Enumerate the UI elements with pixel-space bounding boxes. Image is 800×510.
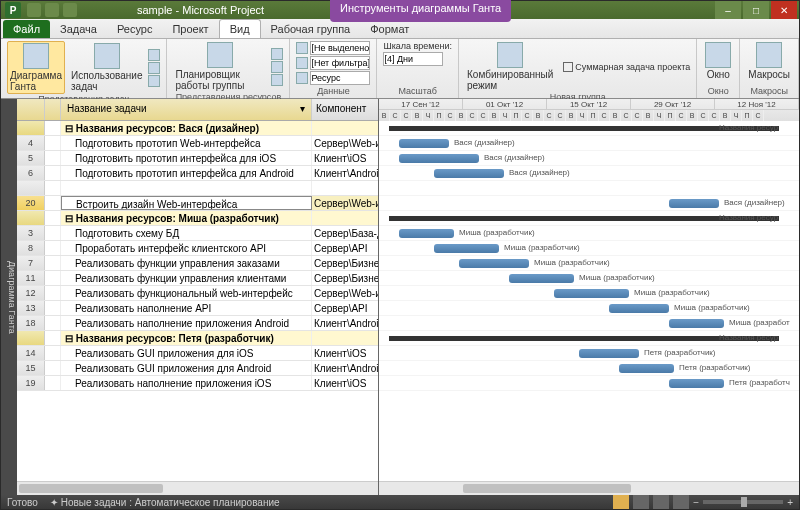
table-row[interactable]: 7Реализовать функции управления заказами… <box>17 256 378 271</box>
component-cell[interactable]: Сервер\Web-ин <box>312 136 378 150</box>
table-row[interactable]: 13Реализовать наполнение APIСервер\API <box>17 301 378 316</box>
maximize-button[interactable]: □ <box>743 1 769 19</box>
component-cell[interactable] <box>312 331 378 345</box>
dropdown-icon[interactable]: ▾ <box>300 103 305 116</box>
task-name-cell[interactable]: Реализовать наполнение API <box>61 301 312 315</box>
task-name-cell[interactable]: Реализовать функциональный web-интерфейс <box>61 286 312 300</box>
task-bar[interactable] <box>669 379 724 388</box>
task-bar[interactable] <box>399 139 449 148</box>
row-number[interactable]: 14 <box>17 346 45 360</box>
row-number[interactable]: 3 <box>17 226 45 240</box>
component-cell[interactable]: Сервер\API <box>312 241 378 255</box>
view-sidebar[interactable]: Диаграмма Ганта <box>1 99 17 495</box>
task-bar[interactable] <box>434 244 499 253</box>
component-cell[interactable]: Клиент\Android <box>312 316 378 330</box>
highlight-dropdown[interactable] <box>310 41 370 55</box>
component-cell[interactable]: Сервер\Web-ин <box>312 286 378 300</box>
timescale-dropdown[interactable] <box>383 52 443 66</box>
task-name-cell[interactable]: Названия ресурсов: Миша (разработчик) <box>61 211 312 225</box>
task-bar[interactable] <box>554 289 629 298</box>
other-views-icon[interactable] <box>148 75 160 87</box>
tab-project[interactable]: Проект <box>162 20 218 38</box>
table-row[interactable]: Названия ресурсов: Петя (разработчик) <box>17 331 378 346</box>
row-number[interactable] <box>17 211 45 225</box>
table-row[interactable]: 12Реализовать функциональный web-интерфе… <box>17 286 378 301</box>
sort-icon[interactable] <box>296 42 308 54</box>
tab-file[interactable]: Файл <box>3 20 50 38</box>
resource-sheet-icon[interactable] <box>271 61 283 73</box>
network-diagram-icon[interactable] <box>148 49 160 61</box>
task-name-cell[interactable]: Подготовить прототип Web-интерфейса <box>61 136 312 150</box>
row-number[interactable]: 6 <box>17 166 45 180</box>
component-cell[interactable]: Сервер\Web-ин <box>312 196 378 210</box>
row-number[interactable] <box>17 181 45 195</box>
task-name-cell[interactable] <box>61 181 312 195</box>
tab-team[interactable]: Рабочая группа <box>261 20 361 38</box>
qat-redo-icon[interactable] <box>63 3 77 17</box>
tab-task[interactable]: Задача <box>50 20 107 38</box>
task-name-cell[interactable]: Реализовать функции управления клиентами <box>61 271 312 285</box>
task-name-cell[interactable]: Реализовать GUI приложения для iOS <box>61 346 312 360</box>
horizontal-scrollbar[interactable] <box>17 481 378 495</box>
component-cell[interactable] <box>312 121 378 135</box>
window-button[interactable]: Окно <box>703 41 733 81</box>
task-name-cell[interactable]: Названия ресурсов: Петя (разработчик) <box>61 331 312 345</box>
table-row[interactable]: 8Проработать интерфейс клиентского APIСе… <box>17 241 378 256</box>
close-button[interactable]: ✕ <box>771 1 797 19</box>
task-name-cell[interactable]: Реализовать наполнение приложения Androi… <box>61 316 312 330</box>
row-number[interactable]: 13 <box>17 301 45 315</box>
task-name-cell[interactable]: Реализовать наполнение приложения iOS <box>61 376 312 390</box>
gantt-chart-button[interactable]: Диаграмма Ганта <box>7 41 65 94</box>
outline-icon[interactable] <box>296 57 308 69</box>
row-number[interactable] <box>17 331 45 345</box>
macros-button[interactable]: Макросы <box>746 41 792 81</box>
component-cell[interactable]: Сервер\Бизнес- <box>312 256 378 270</box>
row-number[interactable]: 7 <box>17 256 45 270</box>
row-number[interactable] <box>17 121 45 135</box>
row-number[interactable]: 11 <box>17 271 45 285</box>
task-name-cell[interactable]: Реализовать функции управления заказами <box>61 256 312 270</box>
component-cell[interactable] <box>312 211 378 225</box>
table-row[interactable]: Названия ресурсов: Миша (разработчик) <box>17 211 378 226</box>
task-bar[interactable] <box>459 259 529 268</box>
task-name-cell[interactable]: Подготовить прототип интерфейса для iOS <box>61 151 312 165</box>
task-name-header[interactable]: Название задачи▾ <box>61 99 312 120</box>
task-name-cell[interactable]: Подготовить схему БД <box>61 226 312 240</box>
zoom-out-icon[interactable]: − <box>693 497 699 508</box>
component-cell[interactable]: Сервер\База-да <box>312 226 378 240</box>
task-bar[interactable] <box>399 229 454 238</box>
zoom-in-icon[interactable]: + <box>787 497 793 508</box>
table-row[interactable]: 6Подготовить прототип интерфейса для And… <box>17 166 378 181</box>
task-bar[interactable] <box>669 199 719 208</box>
table-row[interactable]: 18Реализовать наполнение приложения Andr… <box>17 316 378 331</box>
minimize-button[interactable]: – <box>715 1 741 19</box>
table-row[interactable]: 15Реализовать GUI приложения для Android… <box>17 361 378 376</box>
component-cell[interactable]: Сервер\Бизнес- <box>312 271 378 285</box>
horizontal-scrollbar[interactable] <box>379 481 799 495</box>
component-cell[interactable]: Клиент\Android <box>312 361 378 375</box>
row-number-header[interactable] <box>17 99 45 120</box>
table-row[interactable]: 14Реализовать GUI приложения для iOSКлие… <box>17 346 378 361</box>
task-name-cell[interactable]: Реализовать GUI приложения для Android <box>61 361 312 375</box>
task-bar[interactable] <box>509 274 574 283</box>
resource-usage-icon[interactable] <box>271 48 283 60</box>
row-number[interactable]: 15 <box>17 361 45 375</box>
table-row[interactable]: 5Подготовить прототип интерфейса для iOS… <box>17 151 378 166</box>
task-name-cell[interactable]: Названия ресурсов: Вася (дизайнер) <box>61 121 312 135</box>
summary-task-checkbox[interactable] <box>563 62 573 72</box>
table-row[interactable]: 19Реализовать наполнение приложения iOSК… <box>17 376 378 391</box>
task-bar[interactable] <box>579 349 639 358</box>
row-number[interactable]: 18 <box>17 316 45 330</box>
view-gantt-icon[interactable] <box>613 495 629 509</box>
tab-resource[interactable]: Ресурс <box>107 20 162 38</box>
task-bar[interactable] <box>399 154 479 163</box>
indicator-header[interactable] <box>45 99 61 120</box>
team-planner-button[interactable]: Планировщик работы группы <box>173 41 267 92</box>
component-cell[interactable]: Клиент\Android <box>312 166 378 180</box>
tab-format[interactable]: Формат <box>360 20 419 38</box>
component-header[interactable]: Компонент <box>312 99 378 120</box>
other-resource-views-icon[interactable] <box>271 74 283 86</box>
task-bar[interactable] <box>434 169 504 178</box>
table-row[interactable]: 11Реализовать функции управления клиента… <box>17 271 378 286</box>
row-number[interactable]: 8 <box>17 241 45 255</box>
